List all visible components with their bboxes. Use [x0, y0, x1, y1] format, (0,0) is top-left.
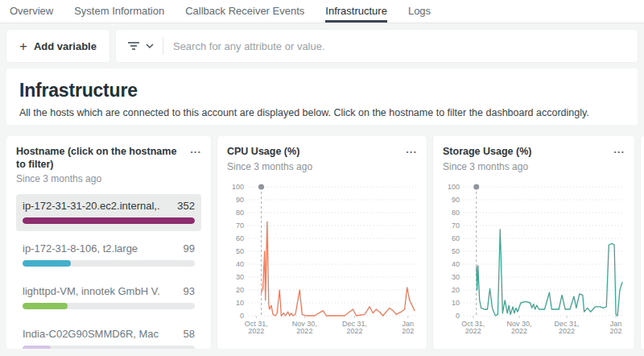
add-variable-button[interactable]: + Add variable [6, 30, 109, 62]
panel-title: Hostname (click on the hostname to filte… [16, 146, 190, 171]
tab-bar: Overview System Information Callback Rec… [0, 0, 644, 23]
panel-subtitle: Since 3 months ago [16, 173, 190, 184]
svg-text:60: 60 [452, 234, 460, 242]
svg-text:70: 70 [236, 221, 244, 230]
hostname-row[interactable]: lighttpd-VM, innotek GmbH V... 93 [16, 279, 201, 317]
hostname-bar [23, 260, 71, 267]
svg-text:20: 20 [452, 286, 460, 294]
hostname-bar [23, 303, 68, 309]
hostname-count: 99 [184, 242, 195, 255]
svg-text:202: 202 [610, 327, 622, 335]
page-header-panel: Infrastructure All the hosts which are c… [6, 68, 638, 125]
svg-text:2022: 2022 [296, 327, 312, 335]
hostname-label[interactable]: ip-172-31-8-106, t2.large [23, 242, 138, 255]
svg-text:100: 100 [448, 183, 460, 191]
dashboard-cards-row: Hostname (click on the hostname to filte… [6, 136, 644, 349]
panel-title: Storage Usage (%) [443, 146, 543, 159]
svg-text:2022: 2022 [465, 327, 481, 335]
add-variable-label: Add variable [34, 40, 97, 52]
hostname-panel: Hostname (click on the hostname to filte… [6, 136, 211, 349]
ellipsis-menu-icon[interactable]: ... [406, 146, 417, 172]
hostname-bar-track [23, 303, 195, 309]
svg-text:40: 40 [452, 260, 460, 268]
hostname-count: 93 [184, 285, 195, 297]
hostname-bar [23, 217, 195, 224]
panel-title: CPU Usage (%) [227, 146, 312, 159]
filter-row: + Add variable Search for any attribute … [6, 30, 638, 62]
tab-callback-receiver-events[interactable]: Callback Receiver Events [185, 0, 304, 23]
svg-text:30: 30 [452, 273, 460, 281]
search-input[interactable]: Search for any attribute or value. [173, 40, 325, 52]
page-title: Infrastructure [19, 80, 625, 101]
page-description: All the hosts which are connected to thi… [19, 107, 625, 118]
hostname-label[interactable]: lighttpd-VM, innotek GmbH V... [23, 285, 159, 297]
storage-usage-panel: Storage Usage (%) Since 3 months ago ...… [433, 136, 634, 349]
svg-text:70: 70 [452, 221, 460, 230]
plus-icon: + [19, 39, 27, 53]
svg-text:60: 60 [236, 234, 244, 242]
storage-usage-chart[interactable]: 1009080706050403020100Oct 31,2022Nov 30,… [443, 177, 625, 338]
hostname-row[interactable]: India-C02G90SMMD6R, Mac... 58 [16, 322, 201, 349]
svg-text:20: 20 [236, 286, 244, 294]
hostname-label[interactable]: India-C02G90SMMD6R, Mac... [23, 328, 159, 340]
hostname-bar-track [23, 260, 195, 267]
hostname-bar-track [23, 217, 195, 224]
hostname-row[interactable]: ip-172-31-8-106, t2.large 99 [16, 237, 201, 274]
svg-text:0: 0 [456, 312, 460, 320]
svg-text:90: 90 [452, 196, 460, 204]
svg-text:80: 80 [236, 209, 244, 217]
svg-text:80: 80 [452, 209, 460, 217]
ellipsis-menu-icon[interactable]: ... [190, 146, 201, 184]
svg-text:10: 10 [236, 299, 244, 307]
svg-text:10: 10 [452, 299, 460, 307]
panel-subtitle: Since 3 months ago [227, 161, 312, 172]
svg-text:100: 100 [232, 183, 244, 191]
hostname-row[interactable]: ip-172-31-31-20.ec2.internal,... 352 [16, 194, 201, 231]
tab-system-information[interactable]: System Information [74, 0, 164, 23]
svg-text:30: 30 [236, 273, 244, 281]
tab-infrastructure[interactable]: Infrastructure [325, 0, 387, 23]
filter-icon[interactable] [127, 40, 140, 52]
hostname-bar-track [23, 346, 195, 349]
svg-text:2022: 2022 [346, 327, 362, 335]
svg-text:0: 0 [240, 312, 244, 320]
svg-text:50: 50 [236, 247, 244, 255]
svg-text:40: 40 [236, 260, 244, 268]
divider [163, 37, 163, 55]
search-bar[interactable]: Search for any attribute or value. [116, 30, 638, 62]
cpu-usage-panel: CPU Usage (%) Since 3 months ago ... 100… [217, 136, 427, 349]
hostname-count: 58 [184, 328, 195, 340]
tab-overview[interactable]: Overview [10, 0, 53, 23]
tab-logs[interactable]: Logs [408, 0, 431, 23]
svg-text:2022: 2022 [559, 327, 575, 335]
svg-text:50: 50 [452, 247, 460, 255]
hostname-count: 352 [177, 200, 195, 212]
chevron-down-icon[interactable] [145, 43, 155, 49]
svg-text:2022: 2022 [248, 327, 264, 335]
svg-text:202: 202 [402, 327, 414, 335]
next-panel-clipped [641, 136, 644, 349]
svg-text:90: 90 [236, 196, 244, 204]
ellipsis-menu-icon[interactable]: ... [613, 146, 625, 172]
hostname-label[interactable]: ip-172-31-31-20.ec2.internal,... [23, 200, 159, 212]
cpu-usage-chart[interactable]: 1009080706050403020100Oct 31,2022Nov 30,… [227, 177, 417, 338]
panel-subtitle: Since 3 months ago [443, 161, 543, 172]
hostname-bar [23, 346, 51, 349]
svg-text:2022: 2022 [511, 327, 527, 335]
hostname-list: ip-172-31-31-20.ec2.internal,... 352 ip-… [16, 194, 201, 349]
